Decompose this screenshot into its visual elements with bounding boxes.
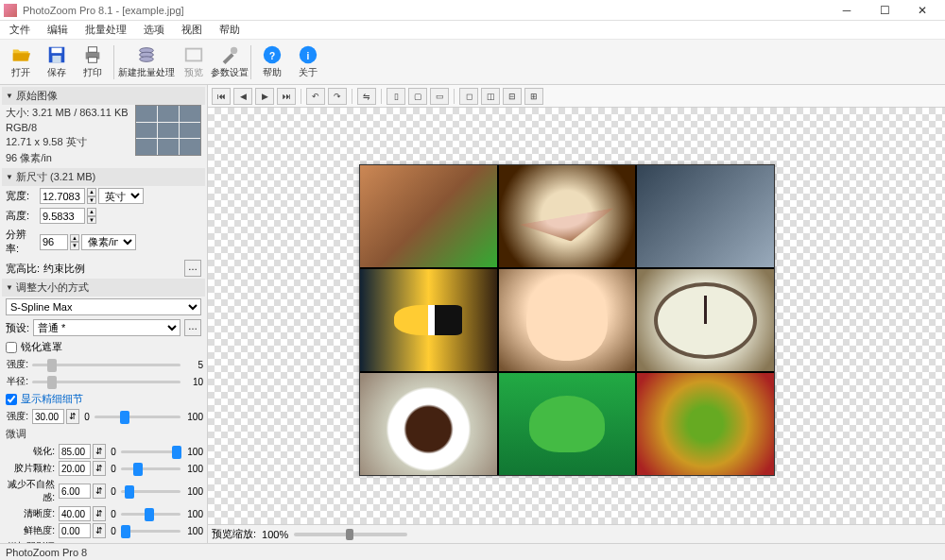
intensity-label: 强度:: [4, 410, 30, 423]
print-button[interactable]: 打印: [76, 42, 110, 83]
radius-label: 半径:: [4, 375, 30, 388]
settings-button[interactable]: 参数设置: [213, 42, 247, 83]
unnatural-slider[interactable]: [121, 484, 180, 499]
nav-next-button[interactable]: ▶: [255, 88, 274, 105]
rotate-right-button[interactable]: ↷: [328, 88, 347, 105]
sharp-input[interactable]: [59, 444, 91, 459]
zoom-slider[interactable]: [294, 533, 407, 536]
finetune-header: 微调: [2, 425, 205, 443]
svg-rect-1: [52, 48, 62, 54]
menu-help[interactable]: 帮助: [215, 21, 244, 39]
res-spinner[interactable]: ▲▼: [70, 234, 79, 250]
menu-view[interactable]: 视图: [178, 21, 206, 39]
folder-open-icon: [10, 44, 31, 65]
section-newsize[interactable]: 新尺寸 (3.21 MB): [2, 168, 205, 186]
info-icon: i: [298, 44, 318, 65]
clarity-slider[interactable]: [121, 506, 180, 521]
open-button[interactable]: 打开: [4, 42, 38, 83]
crop-2-button[interactable]: ▢: [408, 88, 427, 105]
strength-label: 强度:: [4, 358, 30, 371]
image-grid: [359, 164, 775, 476]
section-original[interactable]: 原始图像: [2, 87, 205, 105]
svg-point-10: [231, 47, 237, 54]
flip-h-button[interactable]: ⇋: [357, 88, 376, 105]
intensity-input[interactable]: [32, 409, 64, 424]
svg-point-8: [140, 57, 154, 62]
preview-button[interactable]: 预览: [177, 42, 211, 83]
view-split-h-button[interactable]: ◫: [481, 88, 500, 105]
view-single-button[interactable]: ◻: [459, 88, 478, 105]
nav-first-button[interactable]: ⏮: [212, 88, 231, 105]
grain-input[interactable]: [59, 461, 91, 476]
zoom-value: 100%: [262, 529, 288, 540]
nav-prev-button[interactable]: ◀: [233, 88, 252, 105]
svg-rect-9: [186, 49, 202, 61]
svg-rect-2: [52, 56, 60, 62]
radius-slider[interactable]: [32, 374, 180, 389]
aspect-more-button[interactable]: …: [184, 260, 201, 277]
width-label: 宽度:: [6, 189, 38, 203]
sharp-slider[interactable]: [121, 444, 180, 459]
width-unit-select[interactable]: 英寸: [98, 188, 144, 204]
main-toolbar: 打开 保存 打印 新建批量处理 预览 参数设置 ? 帮助 i 关于: [0, 40, 945, 85]
nav-last-button[interactable]: ⏭: [277, 88, 296, 105]
svg-text:?: ?: [269, 51, 275, 61]
height-spinner[interactable]: ▲▼: [87, 208, 96, 224]
crop-3-button[interactable]: ▭: [430, 88, 449, 105]
new-batch-button[interactable]: 新建批量处理: [118, 42, 175, 83]
strength-max: 5: [182, 360, 203, 370]
menu-edit[interactable]: 编辑: [43, 21, 72, 39]
vivid-input[interactable]: [59, 523, 91, 538]
unnatural-input[interactable]: [59, 484, 91, 499]
view-split-v-button[interactable]: ⊟: [503, 88, 522, 105]
crop-1-button[interactable]: ▯: [387, 88, 405, 105]
about-button[interactable]: i 关于: [291, 42, 325, 83]
close-button[interactable]: ✕: [903, 0, 941, 21]
help-button[interactable]: ? 帮助: [255, 42, 289, 83]
view-grid-button[interactable]: ⊞: [524, 88, 543, 105]
show-detail-checkbox[interactable]: [6, 394, 17, 405]
eye-icon: [183, 44, 204, 65]
preset-select[interactable]: 普通 *: [33, 319, 180, 336]
height-input[interactable]: [40, 208, 85, 224]
strength-slider[interactable]: [32, 357, 180, 372]
zoom-label: 预览缩放:: [212, 527, 256, 541]
res-unit-select[interactable]: 像素/in: [81, 234, 136, 250]
preset-label: 预设:: [6, 321, 29, 335]
clarity-input[interactable]: [59, 506, 91, 521]
menu-options[interactable]: 选项: [140, 21, 168, 39]
menu-file[interactable]: 文件: [6, 21, 34, 39]
radius-max: 10: [182, 377, 203, 387]
show-detail-label: 显示精细细节: [21, 392, 83, 406]
svg-text:i: i: [307, 51, 310, 61]
thumbnail-preview[interactable]: [135, 105, 201, 156]
sharpen-mask-checkbox[interactable]: [6, 342, 17, 353]
sharpen-mask-label: 锐化遮罩: [21, 340, 62, 354]
tools-icon: [219, 44, 240, 65]
menu-batch[interactable]: 批量处理: [81, 21, 130, 39]
grain-slider[interactable]: [121, 461, 180, 476]
intensity-link[interactable]: ⇵: [66, 409, 79, 424]
settings-sidebar: 原始图像 大小: 3.21 MB / 863.11 KB RGB/8 12.71…: [0, 85, 208, 543]
rotate-left-button[interactable]: ↶: [306, 88, 325, 105]
svg-rect-4: [88, 47, 96, 53]
maximize-button[interactable]: ☐: [866, 0, 903, 21]
height-label: 高度:: [6, 209, 38, 223]
res-input[interactable]: [40, 234, 68, 250]
method-select[interactable]: S-Spline Max: [6, 298, 201, 315]
app-icon: [4, 4, 17, 17]
aspect-value: 约束比例: [43, 262, 180, 276]
svg-rect-5: [88, 58, 96, 63]
width-input[interactable]: [40, 188, 85, 204]
floppy-icon: [46, 44, 67, 65]
window-title: PhotoZoom Pro 8.1 - [example.jpg]: [23, 5, 828, 16]
width-spinner[interactable]: ▲▼: [87, 188, 96, 204]
preset-more-button[interactable]: …: [184, 319, 201, 336]
save-button[interactable]: 保存: [40, 42, 74, 83]
section-resize-method[interactable]: 调整大小的方式: [2, 279, 205, 297]
vivid-slider[interactable]: [121, 523, 180, 538]
minimize-button[interactable]: ─: [828, 0, 866, 21]
preview-canvas[interactable]: [208, 108, 945, 524]
printer-icon: [82, 44, 103, 65]
intensity-slider[interactable]: [94, 409, 180, 424]
